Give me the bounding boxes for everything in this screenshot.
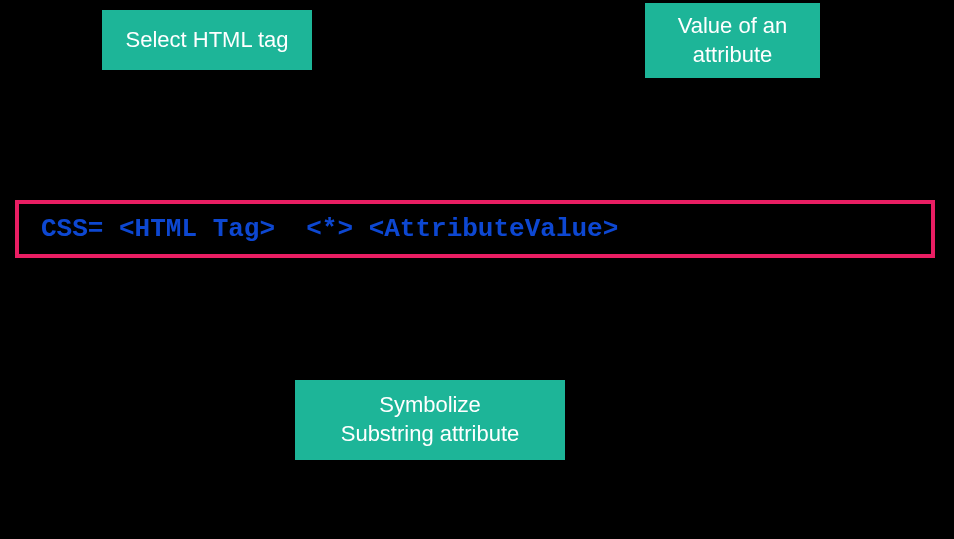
css-selector-syntax-box: CSS= <HTML Tag> <*> <AttributeValue> xyxy=(15,200,935,258)
label-select-html-tag: Select HTML tag xyxy=(102,10,312,70)
label-text: Value of anattribute xyxy=(678,12,788,69)
label-substring-symbol: SymbolizeSubstring attribute xyxy=(295,380,565,460)
css-selector-code: CSS= <HTML Tag> <*> <AttributeValue> xyxy=(41,214,618,244)
label-text: SymbolizeSubstring attribute xyxy=(341,391,520,448)
label-text: Select HTML tag xyxy=(125,26,288,55)
label-value-attribute: Value of anattribute xyxy=(645,3,820,78)
